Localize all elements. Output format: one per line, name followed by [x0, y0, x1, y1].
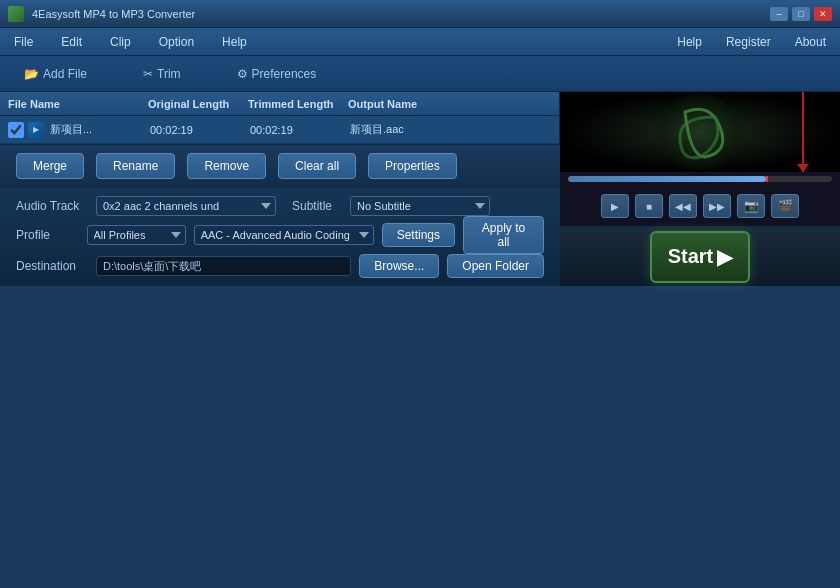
preview-video	[560, 92, 840, 172]
preview-logo	[660, 92, 740, 172]
seek-bar[interactable]	[568, 176, 832, 182]
format-select[interactable]: AAC - Advanced Audio Coding (*.aac)	[194, 225, 374, 245]
close-button[interactable]: ✕	[814, 7, 832, 21]
menu-help-link[interactable]: Help	[671, 33, 708, 51]
bottom-settings: Audio Track 0x2 aac 2 channels und Subti…	[0, 188, 560, 286]
file-name: 新项目...	[50, 122, 150, 137]
transport-controls: ▶ ■ ◀◀ ▶▶ 📷 🎬	[560, 190, 840, 226]
rename-button[interactable]: Rename	[96, 153, 175, 179]
profile-label: Profile	[16, 228, 79, 242]
menu-bar: File Edit Clip Option Help Help Register…	[0, 28, 840, 56]
menu-file[interactable]: File	[8, 33, 39, 51]
menu-right: Help Register About	[671, 33, 832, 51]
left-panel: File Name Original Length Trimmed Length…	[0, 92, 560, 286]
audio-track-label: Audio Track	[16, 199, 88, 213]
stop-button[interactable]: ■	[635, 194, 663, 218]
start-button[interactable]: Start ▶	[650, 231, 750, 283]
col-header-original: Original Length	[148, 98, 248, 110]
file-checkbox[interactable]	[8, 122, 24, 138]
window-controls: – □ ✕	[770, 7, 832, 21]
clear-all-button[interactable]: Clear all	[278, 153, 356, 179]
svg-point-0	[662, 94, 738, 170]
seek-bar-area	[560, 172, 840, 190]
rewind-button[interactable]: ◀◀	[669, 194, 697, 218]
action-bar: Merge Rename Remove Clear all Properties	[0, 144, 560, 188]
audio-subtitle-row: Audio Track 0x2 aac 2 channels und Subti…	[16, 196, 544, 216]
menu-help[interactable]: Help	[216, 33, 253, 51]
col-header-output: Output Name	[348, 98, 551, 110]
menu-clip[interactable]: Clip	[104, 33, 137, 51]
file-list-body: ▶ 新项目... 00:02:19 00:02:19 新项目.aac	[0, 116, 559, 144]
playhead-arrow	[797, 164, 809, 172]
start-label: Start	[668, 245, 714, 268]
apply-to-all-button[interactable]: Apply to all	[463, 216, 544, 254]
col-header-trimmed: Trimmed Length	[248, 98, 348, 110]
file-list-panel: File Name Original Length Trimmed Length…	[0, 92, 560, 144]
file-original-length: 00:02:19	[150, 124, 250, 136]
toolbar: 📂 Add File ✂ Trim ⚙ Preferences	[0, 56, 840, 92]
audio-track-select[interactable]: 0x2 aac 2 channels und	[96, 196, 276, 216]
destination-label: Destination	[16, 259, 88, 273]
add-file-button[interactable]: 📂 Add File	[16, 63, 95, 85]
subtitle-label: Subtitle	[292, 199, 342, 213]
open-folder-button[interactable]: Open Folder	[447, 254, 544, 278]
minimize-button[interactable]: –	[770, 7, 788, 21]
file-trimmed-length: 00:02:19	[250, 124, 350, 136]
merge-button[interactable]: Merge	[16, 153, 84, 179]
menu-register[interactable]: Register	[720, 33, 777, 51]
file-output-name: 新项目.aac	[350, 122, 551, 137]
trim-button[interactable]: ✂ Trim	[135, 63, 189, 85]
preview-panel: ▶ ■ ◀◀ ▶▶ 📷 🎬 Start ▶	[560, 92, 840, 286]
maximize-button[interactable]: □	[792, 7, 810, 21]
play-button[interactable]: ▶	[601, 194, 629, 218]
start-button-area: Start ▶	[560, 226, 840, 286]
trim-icon: ✂	[143, 67, 153, 81]
destination-row: Destination Browse... Open Folder	[16, 254, 544, 278]
menu-option[interactable]: Option	[153, 33, 200, 51]
file-type-icon: ▶	[28, 122, 44, 138]
properties-button[interactable]: Properties	[368, 153, 457, 179]
playhead-indicator	[802, 92, 804, 172]
app-title: 4Easysoft MP4 to MP3 Converter	[32, 8, 195, 20]
camera-button[interactable]: 🎬	[771, 194, 799, 218]
col-header-filename: File Name	[8, 98, 148, 110]
seek-bar-fill	[568, 176, 766, 182]
screenshot-button[interactable]: 📷	[737, 194, 765, 218]
title-bar-left: 4Easysoft MP4 to MP3 Converter	[8, 6, 195, 22]
main-body: File Name Original Length Trimmed Length…	[0, 92, 840, 286]
menu-about[interactable]: About	[789, 33, 832, 51]
profile-select[interactable]: All Profiles	[87, 225, 186, 245]
table-row[interactable]: ▶ 新项目... 00:02:19 00:02:19 新项目.aac	[0, 116, 559, 144]
seek-indicator	[766, 176, 768, 182]
browse-button[interactable]: Browse...	[359, 254, 439, 278]
profile-row: Profile All Profiles AAC - Advanced Audi…	[16, 216, 544, 254]
settings-button[interactable]: Settings	[382, 223, 455, 247]
start-arrow-icon: ▶	[717, 245, 732, 269]
preferences-icon: ⚙	[237, 67, 248, 81]
subtitle-select[interactable]: No Subtitle	[350, 196, 490, 216]
title-bar: 4Easysoft MP4 to MP3 Converter – □ ✕	[0, 0, 840, 28]
destination-input[interactable]	[96, 256, 351, 276]
preferences-button[interactable]: ⚙ Preferences	[229, 63, 325, 85]
add-file-icon: 📂	[24, 67, 39, 81]
remove-button[interactable]: Remove	[187, 153, 266, 179]
app-icon	[8, 6, 24, 22]
menu-left: File Edit Clip Option Help	[8, 33, 253, 51]
file-list-header: File Name Original Length Trimmed Length…	[0, 92, 559, 116]
fast-forward-button[interactable]: ▶▶	[703, 194, 731, 218]
menu-edit[interactable]: Edit	[55, 33, 88, 51]
